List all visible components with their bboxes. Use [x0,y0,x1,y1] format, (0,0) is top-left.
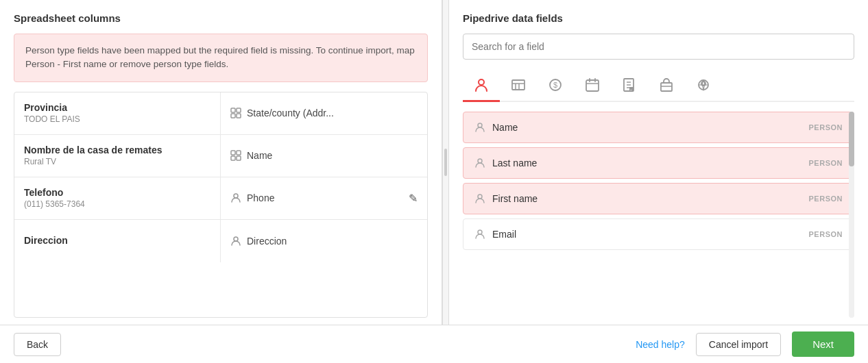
col-source-value: (011) 5365-7364 [24,199,210,209]
svg-rect-3 [237,114,241,118]
list-item[interactable]: Email PERSON [463,218,854,250]
cancel-import-button[interactable]: Cancel import [696,333,781,356]
list-item[interactable]: Last name PERSON [463,147,854,179]
svg-rect-7 [237,156,241,160]
col-source-name: Direccion [24,235,210,246]
col-source-value: TODO EL PAIS [24,114,210,124]
field-tag: PERSON [809,230,843,238]
svg-rect-5 [237,151,241,155]
right-panel-title: Pipedrive data fields [463,12,854,24]
col-mapped: Direccion [221,220,427,262]
field-name: Last name [492,158,802,168]
footer: Back Need help? Cancel import Next [0,325,868,363]
svg-point-9 [234,237,238,241]
scrollbar-thumb[interactable] [849,112,854,166]
svg-point-30 [478,123,482,127]
mapped-field-name: Phone [247,192,274,203]
col-mapped: Name [221,135,427,177]
svg-rect-0 [231,108,235,112]
svg-point-8 [234,194,238,198]
table-row: Direccion Direccion [14,220,427,262]
error-banner: Person type fields have been mapped but … [14,34,428,82]
col-source: Provincia TODO EL PAIS [14,92,221,134]
svg-rect-1 [237,108,241,112]
field-name: Name [492,122,802,133]
table-row: Telefono (011) 5365-7364 Phone ✎ [14,177,427,220]
col-source-name: Nombre de la casa de remates [24,145,210,155]
left-panel: Spreadsheet columns Person type fields h… [0,0,442,325]
col-mapped: Phone ✎ [221,177,427,219]
column-list: Provincia TODO EL PAIS State/county (Add… [14,92,428,318]
grid-icon [230,108,241,118]
field-name: Email [492,229,802,240]
col-source-value: Rural TV [24,157,210,166]
svg-point-31 [478,159,482,163]
col-source: Direccion [14,220,221,262]
svg-rect-4 [231,151,235,155]
table-row: Provincia TODO EL PAIS State/county (Add… [14,92,427,135]
grid-icon [230,150,241,161]
scrollbar-track [849,112,854,318]
person-icon [230,192,241,203]
mapped-field-name: State/county (Addr... [247,108,334,118]
edit-icon[interactable]: ✎ [409,192,418,205]
tab-note[interactable] [611,69,648,102]
svg-rect-17 [586,80,599,91]
help-link[interactable]: Need help? [636,339,685,350]
tab-product[interactable] [648,69,685,102]
svg-text:$: $ [553,81,557,89]
field-tag: PERSON [809,123,843,132]
field-tag: PERSON [809,195,843,203]
field-tag: PERSON [809,159,843,167]
tab-calendar[interactable] [574,69,611,102]
col-source: Telefono (011) 5365-7364 [14,177,221,219]
panel-divider [442,0,449,325]
list-item[interactable]: Name PERSON [463,112,854,143]
field-name: First name [492,193,802,204]
tab-person[interactable] [463,69,500,102]
svg-rect-11 [512,80,525,90]
left-panel-title: Spreadsheet columns [14,12,428,24]
svg-rect-2 [231,114,235,118]
col-mapped: State/county (Addr... [221,92,427,134]
divider-handle [444,149,447,176]
fields-list: Name PERSON Last name PERSON [463,112,854,318]
col-source-name: Telefono [24,187,210,198]
footer-actions: Need help? Cancel import Next [636,331,854,357]
field-type-tabs: $ [463,69,854,102]
tab-location[interactable] [685,69,722,102]
right-panel: Pipedrive data fields [449,0,868,325]
svg-rect-6 [231,156,235,160]
table-row: Nombre de la casa de remates Rural TV Na… [14,135,427,177]
svg-point-10 [479,79,484,85]
mapped-field-name: Name [247,150,272,161]
svg-point-32 [478,195,482,199]
svg-point-33 [478,230,482,234]
search-input[interactable] [463,34,854,60]
person-icon [230,236,241,247]
mapped-field-name: Direccion [247,236,287,247]
svg-rect-25 [661,83,672,91]
col-source-name: Provincia [24,102,210,113]
person-icon [474,158,485,168]
col-source: Nombre de la casa de remates Rural TV [14,135,221,177]
tab-deal[interactable]: $ [537,69,574,102]
person-icon [474,122,485,133]
list-item[interactable]: First name PERSON [463,183,854,214]
back-button[interactable]: Back [14,333,61,356]
person-icon [474,229,485,240]
person-icon [474,193,485,204]
next-button[interactable]: Next [792,331,854,357]
tab-organization[interactable] [500,69,537,102]
